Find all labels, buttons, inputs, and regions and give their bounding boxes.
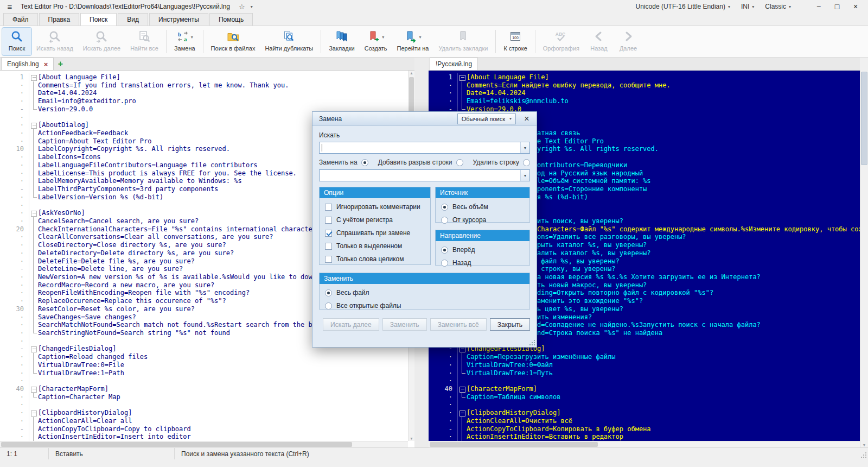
dialog-resize-grip[interactable]: [530, 340, 535, 345]
scope-radio-row[interactable]: Все открытые файлы: [325, 302, 524, 310]
radio-button[interactable]: [441, 204, 448, 211]
radio-button[interactable]: [441, 217, 448, 224]
menu-tab-file[interactable]: Файл: [3, 13, 38, 26]
fold-line: [29, 377, 38, 385]
option-checkbox-row[interactable]: С учётом регистра: [325, 216, 425, 224]
search-in-files-button[interactable]: Поиск в файлах: [206, 28, 260, 55]
source-radio-label: Весь объём: [452, 203, 488, 211]
search-combo[interactable]: ▼: [319, 142, 530, 154]
option-checkbox-row[interactable]: Игнорировать комментарии: [325, 203, 425, 211]
close-button[interactable]: Закрыть: [490, 318, 530, 331]
replace-dialog-titlebar[interactable]: Замена Обычный поиск ▾ ×: [312, 112, 537, 126]
dropdown-chevron-icon[interactable]: ▾: [419, 35, 421, 40]
menu-tab-help[interactable]: Помощь: [209, 13, 253, 26]
fold-line: [29, 97, 38, 105]
replace-combo[interactable]: ▼: [319, 169, 530, 181]
fold-collapse-icon[interactable]: [29, 121, 38, 129]
radio-button[interactable]: [325, 289, 332, 296]
fold-line: [29, 273, 38, 281]
radio-button[interactable]: [441, 247, 448, 254]
radio-button[interactable]: [325, 302, 332, 310]
replace-option[interactable]: Удалить строку: [473, 159, 530, 166]
replace-option[interactable]: Заменить на: [319, 159, 368, 166]
window-resize-grip[interactable]: [861, 452, 866, 458]
fold-collapse-icon[interactable]: [458, 409, 467, 417]
checkbox[interactable]: [325, 256, 332, 263]
checkbox[interactable]: [325, 204, 332, 211]
scope-radio-row[interactable]: Весь файл: [325, 289, 524, 296]
fold-collapse-icon[interactable]: [29, 73, 38, 81]
left-horizontal-scrollbar[interactable]: [0, 441, 408, 447]
search-mode-select[interactable]: Обычный поиск ▾: [457, 113, 516, 124]
line-text: ActionClearAll=Очистить всё: [467, 417, 860, 425]
checkbox[interactable]: [325, 217, 332, 224]
right-vertical-scrollbar[interactable]: ▲ ▼: [860, 71, 868, 447]
goto-line-button[interactable]: 100К строке: [499, 28, 532, 55]
checkbox[interactable]: [325, 243, 332, 250]
search-input[interactable]: [320, 142, 520, 153]
replace-option[interactable]: Добавить разрыв строки: [378, 159, 463, 166]
encoding-select[interactable]: Unicode (UTF-16 Little Endian) ▾: [636, 3, 730, 10]
radio-button[interactable]: [441, 260, 448, 267]
maximize-button[interactable]: □: [828, 0, 846, 13]
line-text: Caption=Перезагрузить изменённые файлы: [467, 353, 860, 361]
checkbox[interactable]: [325, 230, 332, 237]
editor-line: ·Email=info@texteditor.pro: [0, 97, 408, 105]
combo-dropdown-icon[interactable]: ▼: [520, 142, 529, 153]
replace-input[interactable]: [320, 170, 520, 181]
fold-line: [458, 369, 467, 377]
option-checkbox-row[interactable]: Спрашивать при замене: [325, 229, 425, 237]
option-checkbox-row[interactable]: Только в выделенном: [325, 242, 425, 250]
minimize-button[interactable]: −: [809, 0, 828, 13]
radio-button[interactable]: [361, 159, 368, 166]
bookmark-goto-button[interactable]: ▾Перейти на: [392, 28, 434, 55]
tab-close-icon[interactable]: ×: [44, 60, 48, 68]
tab-english-lng[interactable]: English.lng ×: [1, 58, 54, 70]
dropdown-chevron-icon[interactable]: ▾: [191, 35, 193, 40]
bookmark-add-button[interactable]: ▾Создать: [360, 28, 392, 55]
find-next-button[interactable]: Искать далее: [323, 318, 379, 331]
favorites-chevron-icon[interactable]: ▾: [251, 4, 253, 9]
tab-russian-lng[interactable]: !Русский.lng: [430, 58, 478, 70]
menu-tab-tools[interactable]: Инструменты: [149, 13, 208, 26]
scrollbar-thumb[interactable]: [1, 442, 352, 447]
fold-collapse-icon[interactable]: [458, 73, 467, 81]
scrollbar-thumb[interactable]: [430, 442, 598, 447]
replace-all-button[interactable]: Заменить всё: [430, 318, 487, 331]
combo-dropdown-icon[interactable]: ▼: [520, 170, 529, 181]
menu-tab-edit[interactable]: Правка: [39, 13, 80, 26]
fold-collapse-icon[interactable]: [29, 209, 38, 217]
fold-collapse-icon[interactable]: [458, 385, 467, 393]
menu-tab-view[interactable]: Вид: [118, 13, 148, 26]
editor-line: ·Caption=Character Map: [0, 393, 408, 401]
editor-line: ·VirtualDrawTree:0=Файл: [429, 361, 860, 369]
fold-collapse-icon[interactable]: [29, 345, 38, 353]
direction-radio-row[interactable]: Назад: [441, 259, 524, 267]
right-horizontal-scrollbar[interactable]: [429, 441, 860, 447]
bookmarks-button[interactable]: Закладки: [324, 28, 360, 55]
menu-tab-search[interactable]: Поиск: [80, 13, 117, 26]
line-number: -: [0, 425, 29, 433]
option-checkbox-row[interactable]: Только слова целиком: [325, 255, 425, 263]
syntax-select[interactable]: INI ▾: [741, 3, 754, 10]
dialog-close-icon[interactable]: ×: [520, 114, 533, 124]
theme-select[interactable]: Classic ▾: [765, 3, 791, 10]
fold-collapse-icon[interactable]: [29, 409, 38, 417]
app-menu-icon[interactable]: ≡: [4, 2, 15, 11]
scrollbar-thumb[interactable]: [861, 72, 867, 165]
editor-line: ·ActionInsertInEditor=Insert into editor: [0, 433, 408, 441]
fold-collapse-icon[interactable]: [29, 385, 38, 393]
dropdown-chevron-icon[interactable]: ▾: [382, 35, 384, 40]
replace-button[interactable]: Заменить: [382, 318, 427, 331]
source-radio-row[interactable]: Весь объём: [441, 203, 524, 211]
direction-radio-row[interactable]: Вперёд: [441, 246, 524, 254]
source-radio-row[interactable]: От курсора: [441, 216, 524, 224]
replace-button[interactable]: ba▾Замена: [169, 28, 200, 55]
find-duplicates-button[interactable]: Найти дубликаты: [260, 28, 318, 55]
favorites-star-icon[interactable]: ☆: [239, 3, 245, 11]
radio-button[interactable]: [456, 159, 463, 166]
close-button[interactable]: ×: [846, 0, 865, 13]
radio-button[interactable]: [523, 159, 530, 166]
search-button[interactable]: Поиск: [2, 28, 31, 55]
new-tab-button[interactable]: +: [54, 58, 67, 70]
